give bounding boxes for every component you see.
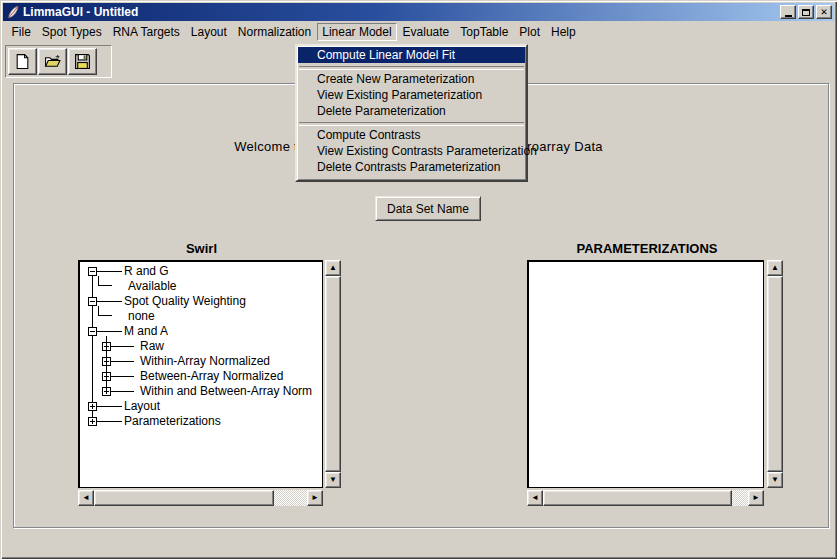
tree-item-parameterizations[interactable]: Parameterizations [82,414,322,429]
menubar-item-plot[interactable]: Plot [514,23,546,41]
menu-item-create-new-parameterization[interactable]: Create New Parameterization [298,71,525,87]
scroll-up-button[interactable]: ▲ [767,260,783,276]
scroll-up-button[interactable]: ▲ [325,260,341,276]
minimize-button[interactable] [780,5,796,19]
toolbar [5,45,112,78]
menubar-item-layout[interactable]: Layout [185,23,232,41]
close-icon: ✕ [821,7,828,17]
tree-item-label: Raw [140,339,164,354]
close-button[interactable]: ✕ [816,5,832,19]
horizontal-scroll-thumb[interactable] [94,490,274,506]
new-file-icon [14,53,31,70]
left-horizontal-scrollbar[interactable]: ◄ ► [78,490,323,506]
scroll-left-button[interactable]: ◄ [527,490,543,506]
tree-connector-line [106,336,107,392]
tree-item-label: R and G [124,264,169,279]
arrow-up-icon: ▲ [771,264,779,272]
menubar-item-normalization[interactable]: Normalization [232,23,316,41]
status-bar [3,532,834,556]
menu-item-view-existing-contrasts-parameterization[interactable]: View Existing Contrasts Parameterization [298,143,525,159]
menubar: FileSpot TypesRNA TargetsLayoutNormaliza… [3,22,834,42]
save-floppy-icon [74,53,91,70]
scroll-down-button[interactable]: ▼ [325,472,341,488]
menu-item-compute-linear-model-fit[interactable]: Compute Linear Model Fit [298,47,525,63]
titlebar[interactable]: LimmaGUI - Untitled ✕ [3,3,834,21]
tree-item-label: Within and Between-Array Norm [140,384,312,399]
tree-item-raw[interactable]: Raw [82,339,322,354]
save-file-button[interactable] [68,48,97,75]
tree-item-label: Between-Array Normalized [140,369,283,384]
tree-item-between-array-normalized[interactable]: Between-Array Normalized [82,369,322,384]
right-panel-title: PARAMETERIZATIONS [527,241,767,256]
tree-item-within-and-between-array-norm[interactable]: Within and Between-Array Norm [82,384,322,399]
scroll-right-button[interactable]: ► [748,490,764,506]
tree-item-label: Within-Array Normalized [140,354,270,369]
menu-separator [298,119,525,127]
arrow-left-icon: ◄ [82,494,90,502]
menubar-item-spot-types[interactable]: Spot Types [36,23,107,41]
tree-item-within-array-normalized[interactable]: Within-Array Normalized [82,354,322,369]
swirl-tree: R and GAvailableSpot Quality Weightingno… [82,264,322,487]
menu-item-delete-parameterization[interactable]: Delete Parameterization [298,103,525,119]
arrow-right-icon: ► [311,494,319,502]
new-file-button[interactable] [8,48,37,75]
menu-item-view-existing-parameterization[interactable]: View Existing Parameterization [298,87,525,103]
arrow-up-icon: ▲ [329,264,337,272]
tree-item-none[interactable]: none [82,309,322,324]
menu-item-compute-contrasts[interactable]: Compute Contrasts [298,127,525,143]
parameterizations-listbox[interactable] [527,260,764,488]
menubar-item-help[interactable]: Help [546,23,582,41]
scroll-right-button[interactable]: ► [307,490,323,506]
arrow-left-icon: ◄ [531,494,539,502]
menubar-item-evaluate[interactable]: Evaluate [397,23,455,41]
tree-item-m-and-a[interactable]: M and A [82,324,322,339]
tree-item-label: Layout [124,399,160,414]
arrow-right-icon: ► [752,494,760,502]
tree-item-label: Parameterizations [124,414,221,429]
app-feather-icon [6,5,20,19]
minimize-icon [785,15,792,17]
left-vertical-scrollbar[interactable]: ▲ ▼ [325,260,341,488]
scroll-down-button[interactable]: ▼ [767,472,783,488]
tree-item-label: none [128,309,155,324]
maximize-icon [802,9,810,16]
swirl-tree-listbox[interactable]: R and GAvailableSpot Quality Weightingno… [78,260,323,488]
tree-item-spot-quality-weighting[interactable]: Spot Quality Weighting [82,294,322,309]
data-set-name-button[interactable]: Data Set Name [375,196,481,221]
arrow-down-icon: ▼ [771,476,779,484]
tree-item-label: M and A [124,324,168,339]
window-title: LimmaGUI - Untitled [23,3,138,21]
vertical-scroll-thumb[interactable] [325,276,341,472]
tree-item-available[interactable]: Available [82,279,322,294]
app-window: LimmaGUI - Untitled ✕ FileSpot TypesRNA … [0,0,837,559]
right-vertical-scrollbar[interactable]: ▲ ▼ [767,260,783,488]
menubar-item-toptable[interactable]: TopTable [455,23,514,41]
linear-model-menu: Compute Linear Model FitCreate New Param… [295,44,528,182]
right-horizontal-scrollbar[interactable]: ◄ ► [527,490,764,506]
tree-item-layout[interactable]: Layout [82,399,322,414]
open-folder-icon [44,53,61,70]
tree-item-label: Spot Quality Weighting [124,294,246,309]
scroll-left-button[interactable]: ◄ [78,490,94,506]
menubar-item-file[interactable]: File [6,23,36,41]
tree-item-r-and-g[interactable]: R and G [82,264,322,279]
menubar-item-linear-model[interactable]: Linear Model [317,23,397,41]
left-panel-title: Swirl [78,241,325,256]
vertical-scroll-thumb[interactable] [767,276,783,472]
maximize-button[interactable] [798,5,814,19]
horizontal-scroll-thumb[interactable] [543,490,732,506]
menu-separator [298,63,525,71]
arrow-down-icon: ▼ [329,476,337,484]
menubar-item-rna-targets[interactable]: RNA Targets [107,23,185,41]
open-file-button[interactable] [38,48,67,75]
menu-item-delete-contrasts-parameterization[interactable]: Delete Contrasts Parameterization [298,159,525,175]
tree-item-label: Available [128,279,176,294]
